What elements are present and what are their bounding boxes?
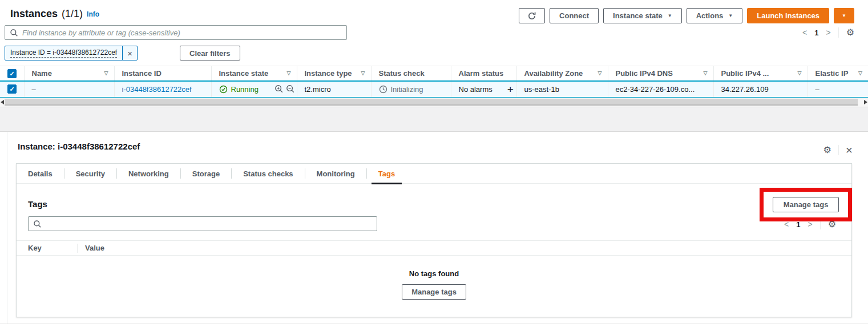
- column-header-instance-type[interactable]: Instance type ▽: [297, 66, 371, 81]
- divider: [838, 145, 839, 155]
- remove-filter-icon[interactable]: ×: [122, 46, 137, 60]
- sort-icon[interactable]: ▽: [798, 70, 802, 76]
- connect-button[interactable]: Connect: [550, 8, 599, 23]
- instance-detail-panel: Instance: i-03448f38612722cef ⚙ × Detail…: [7, 132, 868, 324]
- instance-state-label: Instance state: [613, 11, 663, 20]
- tags-pagination: < 1 > ⚙: [784, 219, 836, 229]
- table-bottom-gap: [0, 107, 868, 132]
- manage-tags-button[interactable]: Manage tags: [773, 197, 839, 212]
- instance-state-value: Running: [231, 85, 259, 94]
- info-link[interactable]: Info: [87, 10, 99, 18]
- scroll-right-icon[interactable]: [864, 100, 867, 104]
- zoom-out-icon[interactable]: [286, 84, 295, 94]
- column-header-public-ipv4[interactable]: Public IPv4 ... ▽: [713, 66, 808, 81]
- column-header-elastic-ip[interactable]: Elastic IP ▽: [808, 66, 868, 81]
- tab-networking[interactable]: Networking: [117, 164, 180, 184]
- previous-page-icon[interactable]: <: [802, 29, 807, 37]
- gear-icon[interactable]: ⚙: [828, 220, 836, 229]
- gear-icon[interactable]: ⚙: [846, 28, 854, 37]
- cell-availability-zone: us-east-1b: [516, 81, 608, 98]
- instance-row[interactable]: ✓ – i-03448f38612722cef Running: [0, 81, 868, 98]
- cell-alarm-status: No alarms +: [451, 81, 516, 98]
- filter-token[interactable]: Instance ID = i-03448f38612722cef ×: [5, 46, 138, 60]
- column-header-status-check[interactable]: Status check: [371, 66, 451, 81]
- column-header-availability-zone[interactable]: Availability Zone ▽: [516, 66, 608, 81]
- column-header-instance-state[interactable]: Instance state ▽: [211, 66, 297, 81]
- tags-search: [28, 216, 377, 231]
- tab-storage[interactable]: Storage: [181, 164, 231, 184]
- filter-token-label: Instance ID = i-03448f38612722cef: [5, 46, 122, 60]
- cell-public-ipv4-dns: ec2-34-227-26-109.co...: [608, 81, 713, 98]
- tags-table-header: Key Value: [17, 240, 851, 256]
- instance-search: [5, 25, 347, 40]
- actions-dropdown[interactable]: Actions ▼: [687, 8, 743, 23]
- next-page-icon[interactable]: >: [808, 220, 812, 228]
- page-number[interactable]: 1: [796, 220, 800, 229]
- cell-instance-state: Running: [211, 81, 297, 98]
- column-header-public-ipv4-dns[interactable]: Public IPv4 DNS ▽: [608, 66, 713, 81]
- sort-icon[interactable]: ▽: [287, 70, 291, 76]
- column-header-alarm-status[interactable]: Alarm status: [451, 66, 516, 81]
- cell-instance-type: t2.micro: [297, 81, 371, 98]
- column-header-value[interactable]: Value: [78, 244, 104, 252]
- scrollbar-thumb[interactable]: [5, 99, 858, 106]
- top-pagination: < 1 > ⚙: [802, 27, 854, 38]
- column-header-name[interactable]: Name ▽: [24, 66, 114, 81]
- refresh-button[interactable]: [519, 8, 545, 23]
- connect-label: Connect: [559, 11, 589, 20]
- select-all-cell: ✓: [0, 66, 24, 81]
- toolbar: Connect Instance state ▼ Actions ▼ Launc…: [519, 8, 854, 23]
- divider: [838, 27, 839, 38]
- cell-name: –: [24, 81, 114, 98]
- gear-icon[interactable]: ⚙: [823, 146, 831, 155]
- next-page-icon[interactable]: >: [826, 29, 830, 37]
- instance-state-dropdown[interactable]: Instance state ▼: [603, 8, 682, 23]
- page-number[interactable]: 1: [814, 29, 818, 37]
- tab-monitoring[interactable]: Monitoring: [305, 164, 366, 184]
- manage-tags-button-empty-state[interactable]: Manage tags: [402, 284, 466, 300]
- launch-instances-button[interactable]: Launch instances: [747, 8, 829, 23]
- sort-icon[interactable]: ▽: [361, 70, 365, 76]
- launch-instances-caret-button[interactable]: ▼: [834, 8, 854, 23]
- instance-id-link[interactable]: i-03448f38612722cef: [122, 85, 192, 94]
- column-header-instance-id[interactable]: Instance ID: [114, 66, 211, 81]
- zoom-in-icon[interactable]: [274, 84, 284, 94]
- cell-public-ipv4: 34.227.26.109: [713, 81, 808, 98]
- clock-icon: [379, 85, 387, 94]
- manage-tags-label: Manage tags: [784, 200, 829, 209]
- cell-instance-id: i-03448f38612722cef: [114, 81, 211, 98]
- tab-tags[interactable]: Tags: [367, 164, 406, 184]
- tab-details[interactable]: Details: [17, 164, 64, 184]
- no-tags-message: No tags found: [17, 269, 851, 278]
- cell-status-check: Initializing: [371, 81, 451, 98]
- chevron-down-icon: ▼: [842, 13, 846, 18]
- divider: [820, 219, 821, 229]
- add-alarm-icon[interactable]: +: [507, 84, 514, 95]
- panel-bottom-border: [0, 324, 868, 324]
- detail-heading: Instance: i-03448f38612722cef: [18, 142, 140, 151]
- sort-icon[interactable]: ▽: [104, 70, 108, 76]
- clear-filters-button[interactable]: Clear filters: [180, 46, 240, 60]
- select-all-checkbox[interactable]: ✓: [7, 69, 17, 78]
- search-icon: [33, 220, 42, 228]
- tab-status-checks[interactable]: Status checks: [232, 164, 304, 184]
- actions-label: Actions: [696, 11, 724, 20]
- alarm-status-value: No alarms: [459, 85, 492, 94]
- previous-page-icon[interactable]: <: [784, 220, 789, 228]
- cell-elastic-ip: –: [808, 81, 868, 98]
- chevron-down-icon: ▼: [728, 13, 733, 18]
- tab-security[interactable]: Security: [64, 164, 116, 184]
- sort-icon[interactable]: ▽: [598, 70, 602, 76]
- row-select-cell: ✓: [0, 81, 24, 98]
- close-icon[interactable]: ×: [846, 144, 853, 156]
- search-icon: [10, 29, 18, 37]
- scroll-left-icon[interactable]: [1, 100, 4, 104]
- manage-tags-label: Manage tags: [411, 288, 457, 296]
- sort-icon[interactable]: ▽: [704, 70, 708, 76]
- sort-icon[interactable]: ▽: [858, 70, 862, 76]
- row-checkbox[interactable]: ✓: [7, 84, 17, 94]
- instance-search-input[interactable]: [22, 29, 342, 37]
- tags-search-input[interactable]: [46, 220, 372, 228]
- detail-card: Details Security Networking Storage Stat…: [16, 163, 852, 317]
- column-header-key[interactable]: Key: [17, 244, 77, 252]
